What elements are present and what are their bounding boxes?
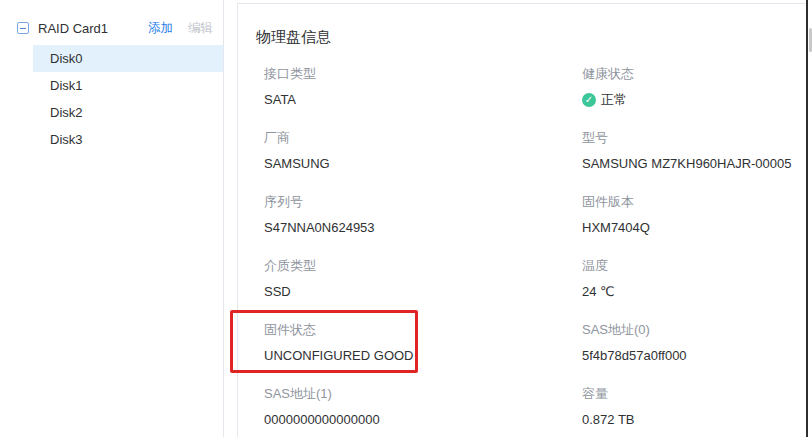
field-value: SAMSUNG xyxy=(264,155,582,173)
check-circle-icon: ✓ xyxy=(582,93,596,107)
field-value: 24 ℃ xyxy=(582,283,807,301)
tree-actions: 添加 编辑 xyxy=(148,14,213,42)
sidebar-item-disk3[interactable]: Disk3 xyxy=(33,126,223,153)
sidebar-item-disk1[interactable]: Disk1 xyxy=(33,72,223,99)
field-vendor: 厂商 SAMSUNG xyxy=(264,129,582,173)
page-title: 物理盘信息 xyxy=(256,28,807,47)
vertical-scrollbar-thumb[interactable] xyxy=(809,28,812,52)
physical-disk-page: RAID Card1 添加 编辑 Disk0 Disk1 Disk2 Disk3… xyxy=(0,0,812,437)
field-sas-address-0: SAS地址(0) 5f4b78d57a0ff000 xyxy=(582,321,807,365)
field-capacity: 容量 0.872 TB xyxy=(582,385,807,429)
field-value: SSD xyxy=(264,283,582,301)
field-label: SAS地址(0) xyxy=(582,321,807,339)
edit-link[interactable]: 编辑 xyxy=(188,20,213,37)
disk-info-grid: 接口类型 SATA 健康状态 ✓ 正常 厂商 SAMSUNG 型号 SAMSUN… xyxy=(264,65,807,437)
field-label: 厂商 xyxy=(264,129,582,147)
sidebar-item-disk2[interactable]: Disk2 xyxy=(33,99,223,126)
field-temperature: 温度 24 ℃ xyxy=(582,257,807,301)
tree-node-raid-card: RAID Card1 添加 编辑 xyxy=(0,14,223,42)
field-label: 容量 xyxy=(582,385,807,403)
field-label: 接口类型 xyxy=(264,65,582,83)
window-right-edge xyxy=(806,0,808,437)
field-label: 介质类型 xyxy=(264,257,582,275)
field-value: UNCONFIGURED GOOD xyxy=(264,347,582,365)
field-firmware-state: 固件状态 UNCONFIGURED GOOD xyxy=(264,321,582,365)
raid-card-label[interactable]: RAID Card1 xyxy=(38,21,108,36)
field-model: 型号 SAMSUNG MZ7KH960HAJR-00005 xyxy=(582,129,807,173)
physical-disk-info-panel: 物理盘信息 接口类型 SATA 健康状态 ✓ 正常 厂商 SAMSUNG 型号 … xyxy=(237,3,807,437)
sidebar-item-disk0[interactable]: Disk0 xyxy=(33,45,223,72)
field-label: 固件状态 xyxy=(264,321,582,339)
field-label: 固件版本 xyxy=(582,193,807,211)
field-interface-type: 接口类型 SATA xyxy=(264,65,582,109)
status-badge: 正常 xyxy=(601,91,627,109)
field-value: 5f4b78d57a0ff000 xyxy=(582,347,807,365)
disk-list: Disk0 Disk1 Disk2 Disk3 xyxy=(0,45,223,153)
field-value: 0.872 TB xyxy=(582,411,807,429)
raid-tree-sidebar: RAID Card1 添加 编辑 Disk0 Disk1 Disk2 Disk3 xyxy=(0,0,224,437)
field-media-type: 介质类型 SSD xyxy=(264,257,582,301)
add-link[interactable]: 添加 xyxy=(148,20,173,37)
field-label: 序列号 xyxy=(264,193,582,211)
field-firmware-version: 固件版本 HXM7404Q xyxy=(582,193,807,237)
field-value: SATA xyxy=(264,91,582,109)
field-serial-number: 序列号 S47NNA0N624953 xyxy=(264,193,582,237)
field-label: 温度 xyxy=(582,257,807,275)
field-value: HXM7404Q xyxy=(582,219,807,237)
field-label: 型号 xyxy=(582,129,807,147)
field-label: SAS地址(1) xyxy=(264,385,582,403)
field-label: 健康状态 xyxy=(582,65,807,83)
collapse-minus-icon[interactable] xyxy=(17,22,29,34)
field-value: ✓ 正常 xyxy=(582,91,807,109)
field-sas-address-1: SAS地址(1) 0000000000000000 xyxy=(264,385,582,429)
field-health-status: 健康状态 ✓ 正常 xyxy=(582,65,807,109)
field-value: S47NNA0N624953 xyxy=(264,219,582,237)
field-value: SAMSUNG MZ7KH960HAJR-00005 xyxy=(582,155,807,173)
field-value: 0000000000000000 xyxy=(264,411,582,429)
